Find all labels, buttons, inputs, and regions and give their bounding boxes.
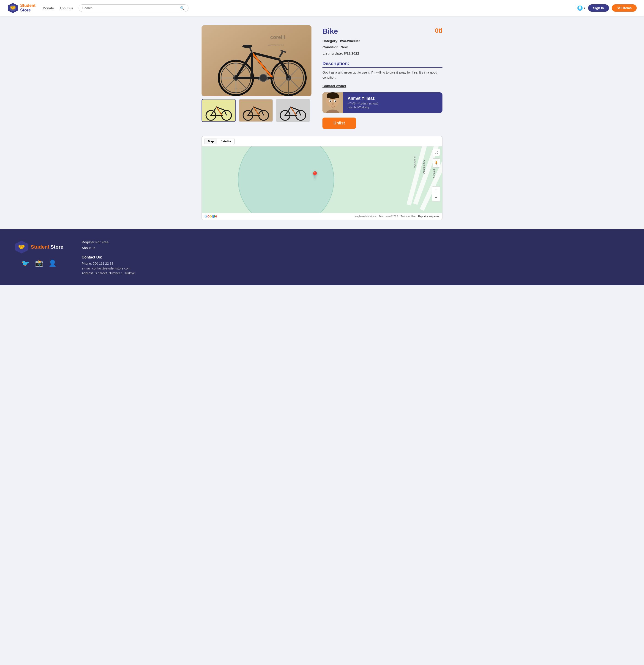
owner-card: Ahmet Yılmaz ****@****.edu.tr (show) Ist…: [323, 92, 443, 113]
contact-title: Contact Us:: [82, 255, 629, 260]
navbar: 🤝 Student Store Donate About us 🔍 🌐 ▾ Si…: [0, 0, 644, 16]
main-image-placeholder: corelli www.corelli.co: [201, 25, 311, 96]
report-map-error-link[interactable]: Report a map error: [418, 215, 440, 218]
logo-store-text: Store: [20, 8, 36, 13]
twitter-icon[interactable]: 🐦: [21, 260, 30, 267]
svg-text:corelli: corelli: [270, 34, 285, 40]
thumbnail-list: [201, 99, 311, 122]
keyboard-shortcuts-link[interactable]: Keyboard shortcuts: [355, 215, 376, 218]
search-input[interactable]: [82, 6, 180, 10]
category-value: Two-wheeler: [339, 39, 360, 43]
description-text: Got it as a gift, never got to use it. I…: [323, 70, 443, 80]
facebook-icon[interactable]: 👤: [48, 260, 57, 267]
road-label-1: Açangül S.: [413, 156, 416, 168]
svg-text:🤝: 🤝: [18, 244, 25, 250]
listing-date-value: 8/23/2022: [344, 51, 359, 55]
search-bar: 🔍: [79, 4, 189, 12]
contact-address: Address: X Street, Number 1, Türkiye: [82, 271, 629, 275]
owner-location: Istanbul/Turkeky: [348, 106, 378, 109]
description-title: Description:: [323, 61, 443, 68]
map-zoom-out-button[interactable]: −: [432, 194, 440, 201]
footer-links: Register For Free About us: [82, 240, 629, 250]
map-tab-map[interactable]: Map: [204, 138, 217, 144]
main-product-image: corelli www.corelli.co: [201, 25, 311, 96]
navbar-links: Donate About us: [43, 6, 73, 10]
owner-name: Ahmet Yılmaz: [348, 96, 378, 101]
terms-of-use-link[interactable]: Terms of Use: [401, 215, 415, 218]
chevron-down-icon: ▾: [584, 6, 585, 10]
contact-owner-link[interactable]: Contact owner: [323, 84, 346, 88]
svg-point-64: [330, 100, 331, 102]
product-info: Bike 0tl Category: Two-wheeler Condition…: [323, 25, 443, 129]
image-gallery: corelli www.corelli.co: [201, 25, 311, 129]
contact-phone: Phone: 000 111 22 33: [82, 262, 629, 265]
map-data-label: Map data ©2022: [379, 215, 398, 218]
map-pin: 📍: [310, 171, 319, 180]
map-container: Açangül S. Açangül Sk. Açangül Sk. 📍 ⛶ 🧍…: [202, 147, 442, 213]
thumbnail-2[interactable]: [239, 99, 273, 122]
svg-point-31: [242, 45, 252, 48]
footer-right: Register For Free About us Contact Us: P…: [82, 240, 629, 276]
svg-rect-61: [327, 96, 339, 98]
logo-text: Student Store: [20, 3, 36, 13]
map-zoom-controls: + −: [432, 186, 440, 202]
map-radius-circle: [238, 147, 334, 213]
product-price: 0tl: [435, 27, 443, 34]
footer-contact: Contact Us: Phone: 000 111 22 33 e-mail:…: [82, 255, 629, 275]
map-zoom-in-button[interactable]: +: [432, 187, 440, 194]
product-meta: Category: Two-wheeler Condition: New Lis…: [323, 38, 443, 56]
svg-point-32: [260, 74, 267, 81]
thumb-bike-1: [202, 99, 235, 121]
thumbnail-3[interactable]: [276, 99, 310, 122]
svg-text:www.corelli.co: www.corelli.co: [268, 43, 284, 46]
logo[interactable]: 🤝 Student Store: [7, 2, 36, 14]
svg-point-67: [326, 100, 328, 103]
map-fullscreen-button[interactable]: ⛶: [433, 149, 440, 156]
main-content: corelli www.corelli.co: [196, 25, 448, 220]
product-title-row: Bike 0tl: [323, 27, 443, 36]
contact-email: e-mail: contact@studentstore.com: [82, 266, 629, 270]
owner-email: ****@****.edu.tr (show): [348, 102, 378, 105]
svg-rect-4: [201, 25, 311, 96]
search-icon: 🔍: [180, 6, 184, 10]
map-tab-satellite[interactable]: Satellite: [217, 138, 235, 144]
sell-items-button[interactable]: Sell Items: [612, 4, 637, 12]
owner-avatar: [323, 92, 343, 113]
condition-value: New: [340, 45, 348, 49]
condition-row: Condition: New: [323, 44, 443, 50]
unlist-button[interactable]: Unlist: [323, 117, 356, 129]
about-us-link[interactable]: About us: [82, 246, 629, 250]
svg-text:🤝: 🤝: [10, 5, 16, 11]
logo-icon: 🤝: [7, 2, 18, 14]
footer-logo-text: Student Store: [31, 244, 63, 250]
footer-left: 🤝 Student Store 🐦 📸 👤: [15, 240, 63, 267]
logo-student-text: Student: [20, 3, 36, 8]
condition-label: Condition:: [323, 45, 339, 49]
globe-icon: 🌐: [577, 5, 583, 11]
category-row: Category: Two-wheeler: [323, 38, 443, 44]
map-background: Açangül S. Açangül Sk. Açangül Sk. 📍: [202, 147, 442, 213]
thumb-bike-2: [239, 99, 273, 121]
thumbnail-1[interactable]: [201, 99, 236, 122]
signin-button[interactable]: Sign in: [588, 4, 609, 12]
product-section: corelli www.corelli.co: [201, 25, 443, 129]
category-label: Category:: [323, 39, 338, 43]
navbar-right: 🌐 ▾ Sign in Sell Items: [577, 4, 637, 12]
footer-logo: 🤝 Student Store: [15, 240, 63, 254]
owner-avatar-placeholder: [323, 92, 343, 113]
language-button[interactable]: 🌐 ▾: [577, 5, 585, 11]
google-logo: Google: [204, 214, 217, 218]
product-name: Bike: [323, 27, 338, 36]
footer-social: 🐦 📸 👤: [15, 260, 63, 267]
footer: 🤝 Student Store 🐦 📸 👤 Register For Free …: [0, 229, 644, 285]
map-tabs: Map Satellite: [202, 136, 442, 147]
svg-point-66: [332, 103, 334, 105]
about-link[interactable]: About us: [59, 6, 73, 10]
instagram-icon[interactable]: 📸: [35, 260, 43, 267]
owner-details: Ahmet Yılmaz ****@****.edu.tr (show) Ist…: [343, 92, 383, 113]
register-link[interactable]: Register For Free: [82, 240, 629, 244]
map-streetview-button[interactable]: 🧍: [433, 158, 440, 168]
listing-date-row: Listing date: 8/23/2022: [323, 50, 443, 56]
donate-link[interactable]: Donate: [43, 6, 54, 10]
svg-text:YARLAMAYIN: YARLAMAYIN: [234, 88, 247, 90]
